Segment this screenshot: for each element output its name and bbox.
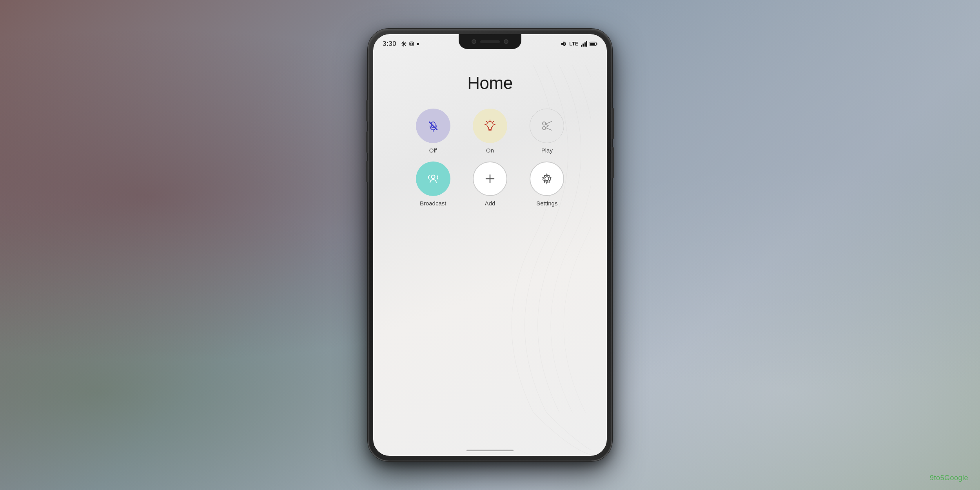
lightbulb-icon <box>483 119 497 133</box>
svg-line-23 <box>546 122 552 124</box>
shortcut-circle-add[interactable] <box>473 162 507 196</box>
svg-marker-8 <box>563 42 564 46</box>
svg-point-6 <box>413 42 413 43</box>
earpiece-speaker <box>480 40 500 43</box>
svg-line-25 <box>546 124 549 126</box>
home-indicator <box>466 450 514 451</box>
shortcut-circle-on[interactable] <box>473 109 507 143</box>
shortcut-play[interactable]: Play <box>522 109 572 154</box>
svg-point-30 <box>545 177 549 181</box>
shortcut-label-play: Play <box>541 147 553 154</box>
svg-rect-10 <box>597 43 597 45</box>
screen-content: Home <box>373 54 607 456</box>
shortcut-label-on: On <box>486 147 494 154</box>
svg-line-18 <box>493 121 494 122</box>
phone-outer-frame: 3:30 <box>368 29 612 461</box>
shortcut-circle-broadcast[interactable] <box>416 162 450 196</box>
muted-mic-icon <box>426 119 440 133</box>
battery-icon <box>590 42 597 46</box>
svg-point-27 <box>431 175 435 179</box>
svg-point-22 <box>543 127 546 130</box>
status-time: 3:30 <box>383 40 396 48</box>
volume-icon <box>561 41 567 47</box>
shortcut-label-broadcast: Broadcast <box>420 200 446 207</box>
instagram-icon <box>409 41 414 47</box>
gear-icon <box>540 172 554 186</box>
phone-wrapper: 3:30 <box>357 20 623 470</box>
notch <box>459 34 521 49</box>
phone-screen: 3:30 <box>373 34 607 456</box>
shortcut-circle-play[interactable] <box>530 109 564 143</box>
status-icons-left <box>401 41 419 47</box>
shortcut-off[interactable]: Off <box>408 109 458 154</box>
front-camera-right <box>504 39 508 44</box>
notification-dot <box>417 43 419 45</box>
shortcut-circle-settings[interactable] <box>530 162 564 196</box>
svg-rect-11 <box>590 43 595 45</box>
shortcut-broadcast[interactable]: Broadcast <box>408 162 458 207</box>
svg-point-5 <box>411 43 413 45</box>
lte-label: LTE <box>569 41 578 47</box>
signal-strength-icon <box>581 41 588 47</box>
svg-point-21 <box>543 122 546 125</box>
status-bar-left: 3:30 <box>383 40 430 48</box>
svg-line-24 <box>546 128 552 131</box>
shortcuts-grid: Off <box>408 109 572 207</box>
shortcut-on[interactable]: On <box>465 109 515 154</box>
status-bar-right: LTE <box>561 41 597 47</box>
svg-line-17 <box>486 121 487 122</box>
page-title: Home <box>467 73 512 93</box>
broadcast-person-icon <box>426 172 440 186</box>
shortcut-label-off: Off <box>429 147 437 154</box>
shortcut-label-add: Add <box>485 200 495 207</box>
scissors-icon <box>540 119 554 133</box>
plus-icon <box>483 172 497 186</box>
svg-rect-7 <box>561 43 563 45</box>
shortcut-settings[interactable]: Settings <box>522 162 572 207</box>
front-camera-left <box>472 39 476 44</box>
shortcut-circle-off[interactable] <box>416 109 450 143</box>
shortcut-label-settings: Settings <box>536 200 557 207</box>
watermark: 9to5Google <box>930 474 968 482</box>
snowflake-icon <box>401 41 407 47</box>
svg-line-26 <box>546 126 549 128</box>
shortcut-add[interactable]: Add <box>465 162 515 207</box>
